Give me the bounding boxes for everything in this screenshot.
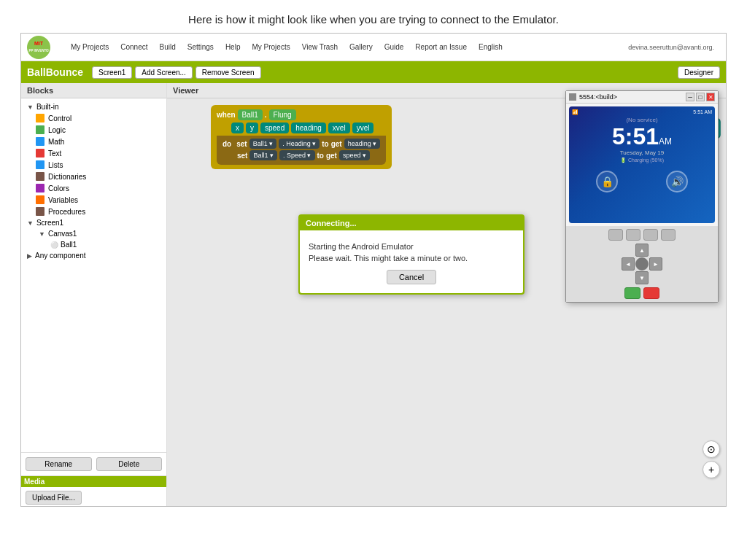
nav-my-projects-2[interactable]: My Projects <box>246 43 295 51</box>
svg-text:MIT: MIT <box>34 41 44 46</box>
rename-button[interactable]: Rename <box>26 457 92 471</box>
built-in-category[interactable]: ▼ Built-in <box>21 101 166 112</box>
procedures-label: Procedures <box>48 208 85 216</box>
delete-button[interactable]: Delete <box>96 457 163 471</box>
ball1-item[interactable]: ⚪ Ball1 <box>44 239 166 250</box>
dpad-up[interactable]: ▲ <box>635 244 649 257</box>
flung-label: Flung <box>269 109 296 120</box>
heading-prop[interactable]: . Heading ▾ <box>279 139 320 149</box>
builtin-toggle: ▼ <box>27 104 34 111</box>
logic-icon <box>36 125 44 134</box>
param-heading: heading <box>291 122 326 133</box>
nav-connect[interactable]: Connect <box>115 43 153 51</box>
any-component-item[interactable]: ▶ Any component <box>21 250 166 261</box>
viewer: Viewer when Ball1 . Fl <box>167 83 726 507</box>
heading-get[interactable]: heading ▾ <box>344 139 381 149</box>
screen-selector[interactable]: Screen1 <box>92 66 132 79</box>
add-screen-button[interactable]: Add Screen... <box>135 66 193 79</box>
signal-icon: 📶 <box>572 109 578 115</box>
cancel-button[interactable]: Cancel <box>387 270 436 284</box>
any-component-toggle: ▶ <box>27 252 32 260</box>
ball1-heading-set[interactable]: Ball1 ▾ <box>249 139 277 149</box>
ball1-event: Ball1 <box>238 109 263 120</box>
ball1-speed-set[interactable]: Ball1 ▾ <box>249 150 277 160</box>
media-section: Media Upload File... <box>21 475 166 507</box>
end-call-button[interactable] <box>643 287 659 299</box>
top-nav: MIT APP INVENTOR My Projects Connect Bui… <box>21 34 726 61</box>
text-category[interactable]: Text <box>30 147 166 159</box>
get-label-1: get <box>331 140 342 148</box>
power-button[interactable] <box>661 229 676 241</box>
nav-guide[interactable]: Guide <box>379 43 410 51</box>
sidebar: Blocks ▼ Built-in Control Logic <box>21 83 167 507</box>
procedures-icon <box>36 207 44 216</box>
camera-button[interactable] <box>608 229 623 241</box>
dpad-empty-tl <box>622 244 635 257</box>
minimize-button[interactable]: ─ <box>686 93 694 101</box>
canvas1-item[interactable]: ▼ Canvas1 <box>33 228 166 239</box>
speed-get[interactable]: speed ▾ <box>339 150 370 160</box>
phone-call-buttons <box>624 287 659 299</box>
control-category[interactable]: Control <box>30 112 166 124</box>
upload-file-button[interactable]: Upload File... <box>26 491 82 505</box>
phone-hw-buttons <box>608 229 676 241</box>
nav-settings[interactable]: Settings <box>182 43 220 51</box>
flung-event-block[interactable]: when Ball1 . Flung x y speed heading xve… <box>211 105 392 169</box>
dpad-left[interactable]: ◄ <box>622 257 635 271</box>
nav-report[interactable]: Report an Issue <box>409 43 473 51</box>
zoom-in-button[interactable]: + <box>703 461 720 478</box>
zoom-target-button[interactable]: ⊙ <box>703 440 720 458</box>
call-button[interactable] <box>624 287 640 299</box>
nav-my-projects[interactable]: My Projects <box>65 43 115 51</box>
canvas1-toggle: ▼ <box>39 230 45 238</box>
variables-category[interactable]: Variables <box>30 194 166 206</box>
nav-gallery[interactable]: Gallery <box>344 43 379 51</box>
emulator-titlebar: 5554:<build> ─ □ ✕ <box>566 91 718 104</box>
any-component-label: Any component <box>35 252 86 260</box>
math-category[interactable]: Math <box>30 136 166 147</box>
text-icon <box>36 149 44 158</box>
phone-status-bar: 📶 5:51 AM <box>572 109 712 115</box>
remove-screen-button[interactable]: Remove Screen <box>196 66 261 79</box>
phone-dpad: ▲ ◄ ► ▼ <box>622 244 662 284</box>
sound-button[interactable]: 🔊 <box>666 171 688 192</box>
time-small: 5:51 AM <box>693 109 712 115</box>
dpad-empty-tr <box>649 244 662 257</box>
mit-logo-icon: MIT APP INVENTOR <box>27 36 50 59</box>
maximize-button[interactable]: □ <box>696 93 705 101</box>
nav-help[interactable]: Help <box>220 43 247 51</box>
to-label-2: to <box>317 152 324 160</box>
nav-view-trash[interactable]: View Trash <box>296 43 344 51</box>
colors-icon <box>36 184 44 192</box>
app-frame: MIT APP INVENTOR My Projects Connect Bui… <box>20 33 727 507</box>
nav-english[interactable]: English <box>473 43 508 51</box>
param-yvel: yvel <box>352 122 374 133</box>
connecting-body: Starting the Android Emulator Please wai… <box>300 230 523 293</box>
colors-category[interactable]: Colors <box>30 182 166 194</box>
phone-screen: 📶 5:51 AM (No service) 5:51AM Tuesday, M… <box>569 106 715 223</box>
logic-category[interactable]: Logic <box>30 124 166 136</box>
lock-button[interactable]: 🔒 <box>596 171 618 192</box>
close-button[interactable]: ✕ <box>706 93 715 101</box>
phone-charging: 🔋 Charging (50%) <box>572 158 712 163</box>
phone-controls: ▲ ◄ ► ▼ <box>566 226 718 302</box>
designer-button[interactable]: Designer <box>678 66 720 79</box>
colors-label: Colors <box>48 184 69 192</box>
dpad-right[interactable]: ► <box>649 257 662 271</box>
to-label-1: to <box>322 140 328 148</box>
nav-build[interactable]: Build <box>153 43 181 51</box>
dictionaries-category[interactable]: Dictionaries <box>30 171 166 182</box>
volume-down-button[interactable] <box>626 229 640 241</box>
code-blocks-area: when Ball1 . Flung x y speed heading xve… <box>211 105 536 172</box>
lists-category[interactable]: Lists <box>30 159 166 171</box>
svg-text:APP INVENTOR: APP INVENTOR <box>28 49 49 52</box>
screen1-item[interactable]: ▼ Screen1 <box>21 217 166 228</box>
dpad-center[interactable] <box>635 257 649 271</box>
procedures-category[interactable]: Procedures <box>30 206 166 217</box>
dpad-down[interactable]: ▼ <box>635 271 649 284</box>
canvas1-group: ▼ Canvas1 ⚪ Ball1 <box>33 228 166 250</box>
when-label: when <box>217 111 236 119</box>
caption: Here is how it might look like when you … <box>0 0 747 33</box>
volume-up-button[interactable] <box>643 229 658 241</box>
speed-prop[interactable]: . Speed ▾ <box>279 150 315 160</box>
